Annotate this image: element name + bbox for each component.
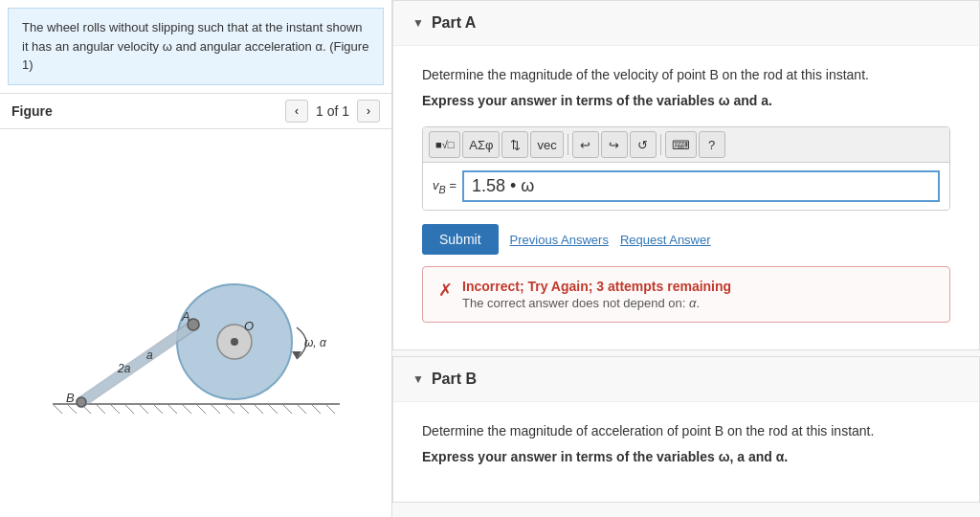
toolbar-reset-btn[interactable]: ↺ — [630, 131, 657, 158]
part-b-body: Determine the magnitude of acceleration … — [393, 402, 979, 502]
svg-line-1 — [53, 404, 62, 414]
part-a-header[interactable]: ▼ Part A — [393, 1, 979, 46]
svg-line-7 — [139, 404, 148, 414]
part-b-arrow: ▼ — [412, 372, 424, 386]
part-b-section: ▼ Part B Determine the magnitude of acce… — [392, 356, 980, 503]
svg-point-29 — [77, 397, 86, 407]
part-b-header[interactable]: ▼ Part B — [393, 357, 979, 402]
svg-line-13 — [225, 404, 234, 414]
math-label: vB = — [433, 178, 457, 195]
svg-line-14 — [239, 404, 249, 414]
request-answer-button[interactable]: Request Answer — [620, 233, 711, 247]
svg-text:A: A — [181, 309, 190, 324]
part-b-instruction: Express your answer in terms of the vari… — [422, 447, 950, 467]
figure-canvas: O A B 2a a — [0, 129, 391, 518]
figure-nav: ‹ 1 of 1 › — [285, 100, 380, 123]
toolbar-vec-btn[interactable]: vec — [530, 131, 563, 158]
figure-svg: O A B 2a a — [33, 217, 359, 428]
part-a-question: Determine the magnitude of the velocity … — [422, 65, 950, 85]
figure-label: Figure — [11, 103, 53, 119]
toolbar-greek-btn[interactable]: ΑΣφ — [462, 131, 500, 158]
part-a-title: Part A — [432, 14, 477, 32]
right-panel: ▼ Part A Determine the magnitude of the … — [392, 0, 980, 517]
svg-line-11 — [196, 404, 206, 414]
toolbar-buttons: ■√□ ΑΣφ ⇅ vec ↩ ↪ ↺ ⌨ ? — [423, 127, 949, 163]
error-title: Incorrect; Try Again; 3 attempts remaini… — [462, 279, 731, 294]
part-b-question: Determine the magnitude of acceleration … — [422, 421, 950, 441]
svg-line-5 — [110, 404, 120, 414]
svg-text:B: B — [66, 391, 75, 405]
toolbar-redo-btn[interactable]: ↪ — [601, 131, 628, 158]
math-toolbar: ■√□ ΑΣφ ⇅ vec ↩ ↪ ↺ ⌨ ? vB = — [422, 126, 950, 211]
previous-answers-button[interactable]: Previous Answers — [510, 233, 609, 247]
svg-line-15 — [254, 404, 263, 414]
toolbar-arrows-btn[interactable]: ⇅ — [501, 131, 528, 158]
svg-line-12 — [211, 404, 220, 414]
svg-line-10 — [182, 404, 191, 414]
action-row: Submit Previous Answers Request Answer — [422, 224, 950, 255]
toolbar-matrix-btn[interactable]: ■√□ — [429, 131, 460, 158]
math-input-row: vB = — [423, 163, 949, 210]
svg-point-23 — [231, 338, 238, 346]
toolbar-help-btn[interactable]: ? — [699, 131, 725, 158]
submit-button[interactable]: Submit — [422, 224, 499, 255]
svg-line-17 — [282, 404, 292, 414]
figure-prev-button[interactable]: ‹ — [285, 100, 308, 123]
part-a-arrow: ▼ — [412, 16, 424, 30]
svg-text:2a: 2a — [117, 362, 131, 375]
part-a-section: ▼ Part A Determine the magnitude of the … — [392, 0, 980, 350]
toolbar-divider — [568, 134, 568, 155]
svg-line-4 — [96, 404, 105, 414]
svg-line-19 — [311, 404, 321, 414]
error-icon: ✗ — [438, 280, 453, 301]
svg-line-8 — [153, 404, 163, 414]
figure-nav-count: 1 of 1 — [316, 103, 349, 119]
svg-line-6 — [124, 404, 134, 414]
svg-line-16 — [268, 404, 278, 414]
figure-section: Figure ‹ 1 of 1 › — [0, 93, 391, 518]
svg-text:a: a — [146, 348, 153, 362]
figure-header: Figure ‹ 1 of 1 › — [0, 93, 391, 129]
toolbar-divider2 — [660, 134, 661, 155]
error-box: ✗ Incorrect; Try Again; 3 attempts remai… — [422, 266, 950, 323]
part-a-body: Determine the magnitude of the velocity … — [393, 46, 979, 349]
math-input[interactable] — [462, 170, 940, 202]
problem-text: The wheel rolls without slipping such th… — [8, 8, 384, 85]
svg-line-20 — [325, 404, 335, 414]
svg-line-26 — [81, 325, 194, 402]
toolbar-undo-btn[interactable]: ↩ — [572, 131, 599, 158]
svg-text:O: O — [244, 319, 254, 333]
figure-next-button[interactable]: › — [357, 100, 380, 123]
part-a-instruction: Express your answer in terms of the vari… — [422, 91, 950, 111]
part-b-title: Part B — [432, 371, 477, 388]
svg-line-18 — [297, 404, 306, 414]
error-desc: The correct answer does not depend on: α… — [462, 296, 731, 310]
toolbar-keyboard-btn[interactable]: ⌨ — [665, 131, 697, 158]
left-panel: The wheel rolls without slipping such th… — [0, 0, 392, 517]
error-content: Incorrect; Try Again; 3 attempts remaini… — [462, 279, 731, 310]
svg-text:ω, α: ω, α — [304, 336, 327, 349]
svg-line-9 — [167, 404, 177, 414]
svg-line-2 — [67, 404, 77, 414]
